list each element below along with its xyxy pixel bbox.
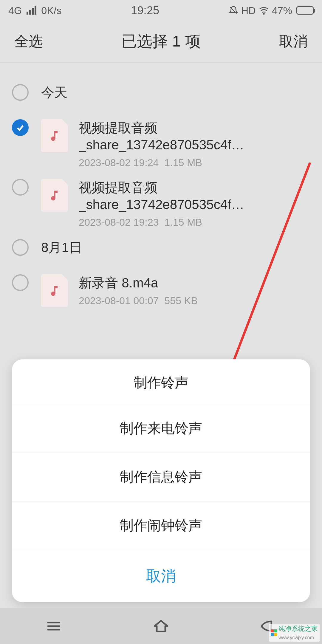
file-name: 新录音 8.m4a [79, 274, 310, 291]
watermark-text: 纯净系统之家 [278, 625, 318, 632]
make-message-ringtone[interactable]: 制作信息铃声 [12, 453, 310, 501]
group-checkbox[interactable] [12, 239, 29, 256]
file-checkbox[interactable] [12, 274, 29, 291]
sheet-title: 制作铃声 [12, 359, 310, 404]
selection-title: 已选择 1 项 [121, 31, 201, 52]
cancel-selection-button[interactable]: 取消 [279, 32, 308, 51]
svg-point-0 [264, 13, 264, 14]
group-header-aug1[interactable]: 8月1日 [0, 230, 322, 265]
file-row[interactable]: 视频提取音频_share_13742e870535c4f… 2023-08-02… [0, 110, 322, 170]
battery-icon [296, 6, 314, 15]
network-speed: 0K/s [41, 5, 61, 16]
selection-header: 全选 已选择 1 项 取消 [0, 21, 322, 63]
hd-indicator: HD [241, 5, 256, 16]
group-checkbox[interactable] [12, 84, 29, 101]
watermark-logo-icon [271, 629, 277, 636]
file-name: 视频提取音频_share_13742e870535c4f… [79, 179, 310, 213]
file-checkbox[interactable] [12, 179, 29, 196]
watermark-url: www.ycwjxy.com [278, 635, 314, 640]
group-label: 今天 [41, 84, 67, 101]
watermark: 纯净系统之家 www.ycwjxy.com [269, 624, 320, 642]
status-time: 19:25 [131, 4, 159, 17]
signal-icon [27, 6, 36, 15]
mute-icon [229, 6, 238, 15]
music-file-icon [41, 274, 68, 307]
file-row[interactable]: 视频提取音频_share_13742e870535c4f… 2023-08-02… [0, 170, 322, 230]
nav-recent-button[interactable] [42, 617, 66, 635]
ringtone-action-sheet: 制作铃声 制作来电铃声 制作信息铃声 制作闹钟铃声 取消 [12, 359, 310, 602]
sheet-cancel-button[interactable]: 取消 [12, 550, 310, 602]
select-all-button[interactable]: 全选 [14, 32, 43, 51]
file-list: 今天 视频提取音频_share_13742e870535c4f… 2023-08… [0, 63, 322, 325]
network-type: 4G [8, 5, 22, 16]
group-label: 8月1日 [41, 239, 82, 256]
wifi-icon [259, 5, 269, 16]
file-meta: 2023-08-02 19:24 1.15 MB [79, 157, 310, 168]
file-name: 视频提取音频_share_13742e870535c4f… [79, 119, 310, 153]
make-alarm-ringtone[interactable]: 制作闹钟铃声 [12, 501, 310, 550]
make-call-ringtone[interactable]: 制作来电铃声 [12, 404, 310, 453]
nav-home-button[interactable] [149, 617, 173, 635]
file-meta: 2023-08-02 19:23 1.15 MB [79, 216, 310, 228]
status-bar: 4G 0K/s 19:25 HD 47% [0, 0, 322, 21]
music-file-icon [41, 119, 68, 152]
music-file-icon [41, 179, 68, 212]
file-checkbox[interactable] [12, 119, 29, 136]
group-header-today[interactable]: 今天 [0, 75, 322, 110]
battery-percent: 47% [272, 5, 292, 16]
file-meta: 2023-08-01 00:07 555 KB [79, 295, 310, 306]
file-row[interactable]: 新录音 8.m4a 2023-08-01 00:07 555 KB [0, 265, 322, 325]
